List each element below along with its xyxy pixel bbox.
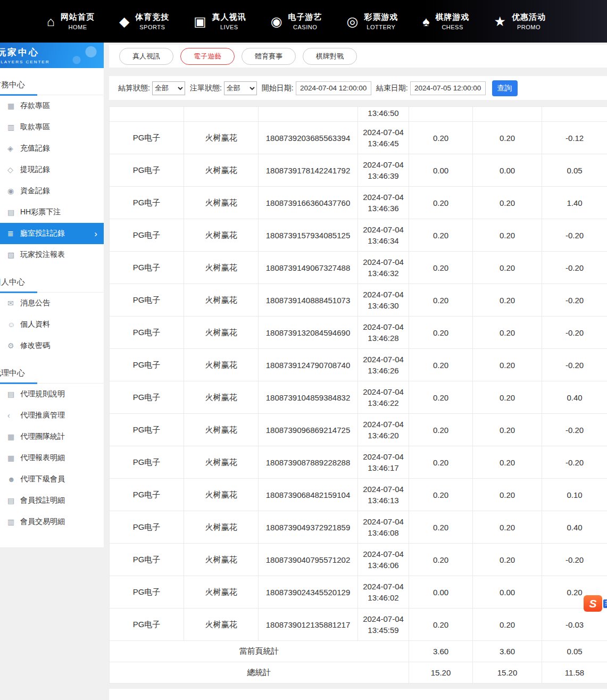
agent-team-stats-icon: ▦ (7, 432, 20, 441)
profit-cell: 0.40 (542, 381, 607, 414)
nav-label-en: LIVES (212, 24, 246, 30)
valid-amount-cell: 0.20 (473, 122, 542, 154)
profit-cell: -0.20 (542, 446, 607, 479)
sidebar-item-agent-rules[interactable]: ▤代理規則說明 (0, 384, 104, 405)
sidebar-item-profile[interactable]: ☺個人資料 (0, 314, 104, 335)
valid-total-cell: 3.60 (473, 641, 542, 662)
bet-amount-cell: 0.20 (409, 544, 473, 576)
sidebar-item-agent-team-stats[interactable]: ▦代理團隊統計 (0, 426, 104, 447)
table-row: PG电子火树赢花18087391781422417922024-07-0413:… (110, 154, 607, 187)
sidebar-item-agent-members[interactable]: ☻代理下級會員 (0, 469, 104, 490)
sogou-input-icon[interactable]: S 英 (584, 595, 607, 612)
date-text: 2024-07-04 (358, 386, 409, 397)
bet-amount-cell: 0.00 (409, 154, 473, 187)
order-cell: 1808739012135881217 (259, 609, 358, 641)
table-row: PG电子火树赢花18087392036855633942024-07-0413:… (110, 122, 607, 154)
table-cell (259, 107, 358, 122)
game-cell: 火树赢花 (184, 479, 259, 511)
vendor-cell: PG电子 (110, 479, 184, 511)
sidebar-item-withdrawal-record[interactable]: ◇提現記錄 (0, 159, 104, 180)
settle-status-select[interactable]: 全部 (152, 81, 185, 95)
date-text: 2024-07-04 (358, 419, 409, 430)
sidebar-item-member-bet-detail[interactable]: ▤會員投註明細 (0, 490, 104, 511)
valid-amount-cell: 0.20 (473, 544, 542, 576)
nav-label-zh: 彩票游戏 (364, 12, 398, 22)
date-text: 2024-07-04 (358, 451, 409, 462)
grand-total-row: 總統計15.2015.2011.58 (110, 662, 607, 684)
game-cell: 火树赢花 (184, 576, 259, 609)
agent-promotion-icon: ‹ (7, 411, 20, 420)
game-cell: 火树赢花 (184, 609, 259, 641)
game-cell: 火树赢花 (184, 219, 259, 252)
member-bet-detail-icon: ▤ (7, 496, 20, 505)
sidebar-subtitle: PLAYERS CENTER (0, 60, 104, 64)
nav-item-home[interactable]: ⌂网站首页HOME (47, 12, 95, 30)
time-text: 13:46:36 (358, 203, 409, 214)
sidebar-item-member-transactions[interactable]: ▥會員交易明細 (0, 511, 104, 532)
profit-cell: 1.40 (542, 187, 607, 219)
announcement-icon: ✉ (7, 299, 20, 307)
nav-item-sports[interactable]: ◆体育竞技SPORTS (119, 12, 169, 30)
table-row: PG电子火树赢花18087391579340851252024-07-0413:… (110, 219, 607, 252)
sidebar-item-funds-record[interactable]: ◉資金記錄 (0, 180, 104, 202)
search-button[interactable]: 查詢 (492, 80, 518, 96)
valid-amount-cell: 0.00 (473, 154, 542, 187)
order-cell: 1808739203685563394 (259, 122, 358, 154)
time-text: 13:46:45 (358, 138, 409, 149)
sidebar-item-agent-promotion[interactable]: ‹代理推廣管理 (0, 405, 104, 426)
nav-item-casino[interactable]: ◉电子游艺CASINO (271, 12, 322, 30)
sidebar-item-room-bet-record[interactable]: ≣廳室投註記錄› (0, 223, 104, 244)
date-text: 2024-07-04 (358, 127, 409, 138)
datetime-cell: 2024-07-0413:46:45 (358, 122, 409, 154)
bet-amount-cell: 0.20 (409, 609, 473, 641)
vendor-cell: PG电子 (110, 316, 184, 349)
order-cell: 1808739049372921859 (259, 511, 358, 544)
nav-item-lives[interactable]: ▣真人视讯LIVES (194, 12, 246, 30)
order-cell: 1808739132084594690 (259, 316, 358, 349)
bet-amount-cell: 0.20 (409, 122, 473, 154)
order-status-select[interactable]: 全部 (224, 81, 257, 95)
tab-sports[interactable]: 體育賽事 (242, 48, 296, 65)
nav-item-lottery[interactable]: ◎彩票游戏LOTTERY (347, 12, 398, 30)
time-text: 13:46:17 (358, 462, 409, 473)
start-date-input[interactable] (296, 81, 371, 95)
sidebar-item-announcement[interactable]: ✉消息公告 (0, 293, 104, 314)
sidebar-item-deposit[interactable]: ▦存款專區 (0, 95, 104, 116)
tab-live[interactable]: 真人視訊 (119, 48, 173, 65)
nav-item-chess[interactable]: ♠棋牌游戏CHESS (422, 12, 469, 30)
sidebar-item-password[interactable]: ⚙修改密碼 (0, 335, 104, 356)
sidebar-item-withdraw[interactable]: ▥取款專區 (0, 116, 104, 138)
sidebar-item-hh-lottery[interactable]: ▤HH彩票下注 (0, 202, 104, 223)
bet-amount-cell: 0.20 (409, 511, 473, 544)
valid-amount-cell: 0.20 (473, 284, 542, 316)
order-cell: 1808739024345520129 (259, 576, 358, 609)
sidebar-item-label: 取款專區 (20, 122, 50, 132)
datetime-cell: 2024-07-0413:46:30 (358, 284, 409, 316)
sidebar-item-agent-report-detail[interactable]: ▦代理報表明細 (0, 447, 104, 469)
tab-electronic[interactable]: 電子遊藝 (180, 48, 235, 65)
sidebar-item-label: 代理規則說明 (20, 389, 65, 399)
order-cell: 1808739149067327488 (259, 252, 358, 284)
nav-item-promo[interactable]: ★优惠活动PROMO (494, 12, 546, 30)
date-text: 2024-07-04 (358, 224, 409, 235)
sidebar-item-label: 代理下級會員 (20, 474, 65, 484)
date-text: 2024-07-04 (358, 613, 409, 624)
sidebar-section-label: 財務中心 (0, 80, 104, 90)
sidebar-item-player-bet-report[interactable]: ▧玩家投注報表 (0, 244, 104, 265)
bet-amount-cell: 0.20 (409, 316, 473, 349)
vendor-cell: PG电子 (110, 187, 184, 219)
date-text: 2024-07-04 (358, 484, 409, 495)
pagination-bar (109, 689, 607, 700)
datetime-cell: 2024-07-0413:45:59 (358, 609, 409, 641)
game-cell: 火树赢花 (184, 284, 259, 316)
sidebar-section-label: 個人中心 (0, 277, 104, 287)
bet-amount-cell: 0.20 (409, 414, 473, 446)
bet-amount-cell: 0.20 (409, 446, 473, 479)
bet-amount-cell: 0.20 (409, 252, 473, 284)
sidebar-item-recharge-record[interactable]: ◈充值記錄 (0, 138, 104, 159)
game-cell: 火树赢花 (184, 381, 259, 414)
datetime-cell: 13:46:50 (358, 107, 409, 122)
vendor-cell: PG电子 (110, 446, 184, 479)
tab-chess[interactable]: 棋牌對戰 (303, 48, 357, 65)
end-date-input[interactable] (410, 81, 486, 95)
